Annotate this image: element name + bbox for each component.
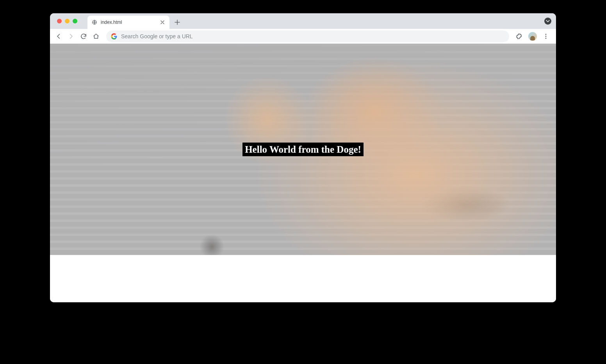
avatar-icon <box>528 32 537 41</box>
window-close-button[interactable] <box>57 19 62 23</box>
google-icon <box>111 33 117 39</box>
page-content: Hello World from the Doge! <box>50 44 556 302</box>
window-minimize-button[interactable] <box>65 19 70 23</box>
svg-point-3 <box>545 37 547 39</box>
profile-button[interactable] <box>527 31 538 42</box>
hero-heading: Hello World from the Doge! <box>242 143 364 156</box>
tab-bar: index.html <box>50 13 556 29</box>
address-input[interactable] <box>121 33 504 39</box>
svg-point-1 <box>545 34 547 35</box>
extensions-button[interactable] <box>514 31 525 42</box>
window-controls <box>55 13 80 29</box>
browser-toolbar <box>50 29 556 44</box>
reload-button[interactable] <box>78 31 89 42</box>
home-button[interactable] <box>91 31 102 42</box>
tab-title: index.html <box>101 20 156 25</box>
tab-close-button[interactable] <box>159 19 166 25</box>
forward-button[interactable] <box>66 31 77 42</box>
window-maximize-button[interactable] <box>73 19 77 23</box>
hero-section: Hello World from the Doge! <box>50 44 556 255</box>
svg-point-2 <box>545 36 547 37</box>
address-bar[interactable] <box>106 30 509 42</box>
new-tab-button[interactable] <box>172 17 183 28</box>
globe-icon <box>91 19 98 25</box>
search-tabs-button[interactable] <box>544 18 551 25</box>
toolbar-actions <box>514 31 553 42</box>
back-button[interactable] <box>53 31 64 42</box>
browser-tab[interactable]: index.html <box>87 16 169 29</box>
browser-window: index.html <box>50 13 556 302</box>
browser-menu-button[interactable] <box>540 31 551 42</box>
